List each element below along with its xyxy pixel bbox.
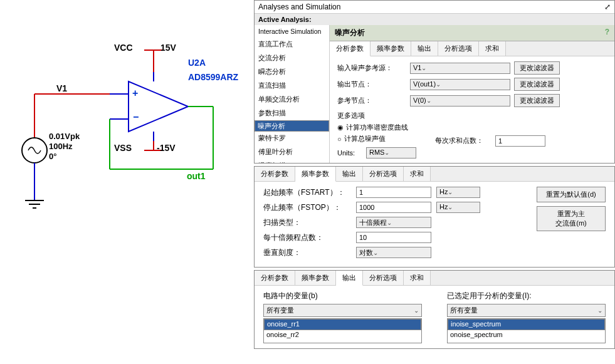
units-select[interactable]: RMS <box>366 147 416 159</box>
tab-item[interactable]: 输出 <box>411 41 438 56</box>
tab-item[interactable]: 求和 <box>479 41 506 56</box>
circuit-vars-list[interactable]: onoise_rr1onoise_rr2 <box>263 318 422 343</box>
circuit-vars-filter[interactable]: 所有变量 <box>263 304 422 317</box>
psd-radio[interactable]: ◉计算功率谱密度曲线 <box>337 123 416 132</box>
minus-input-icon: − <box>133 112 139 123</box>
sweep-type-select[interactable]: 十倍频程 <box>356 217 431 228</box>
tab-item[interactable]: 求和 <box>404 271 431 285</box>
circuit-vars-title: 电路中的变量(b) <box>263 291 422 301</box>
sweep-type-label: 扫描类型： <box>263 217 351 228</box>
selected-vars-title: 已选定用于分析的变量(I): <box>447 291 606 301</box>
pts-per-sum-input[interactable] <box>495 135 545 147</box>
dialog-maximize-icon[interactable]: ⤢ <box>604 3 611 11</box>
analysis-type-item[interactable]: Interactive Simulation <box>255 25 329 38</box>
vss-label: VSS <box>114 143 132 153</box>
output-node-select[interactable]: V(out1) <box>410 79 510 90</box>
freq-params-panel: 分析参数频率参数输出分析选项求和 起始频率（FSTART）： Hz 停止频率（F… <box>254 166 615 268</box>
opamp-ref: U2A <box>188 58 206 68</box>
tab-item[interactable]: 分析选项 <box>438 41 479 56</box>
ref-node-select[interactable]: V(0) <box>410 95 510 107</box>
pane-title: 噪声分析 <box>335 28 365 38</box>
reset-default-button[interactable]: 重置为默认值(d) <box>537 187 606 202</box>
tab-item[interactable]: 频率参数 <box>295 167 336 182</box>
fstart-label: 起始频率（FSTART）： <box>263 187 351 198</box>
noise-src-label: 输入噪声参考源： <box>337 63 406 73</box>
noise-src-select[interactable]: V1 <box>410 63 510 74</box>
tab-item[interactable]: 频率参数 <box>371 41 411 56</box>
analysis-type-item[interactable]: 参数扫描 <box>255 107 329 120</box>
total-noise-radio[interactable]: ○计算总噪声值 <box>337 134 416 143</box>
analyses-dialog: Analyses and Simulation ⤢ Active Analysi… <box>254 0 615 164</box>
ref-node-label: 参考节点： <box>337 96 406 105</box>
pts-per-decade-input[interactable] <box>356 232 431 243</box>
pts-per-decade-label: 每十倍频程点数： <box>263 232 351 243</box>
fstop-label: 停止频率（FSTOP）： <box>263 202 351 213</box>
source-name: V1 <box>56 83 67 93</box>
change-filter-button-3[interactable]: 更改滤波器 <box>514 94 560 107</box>
params-tabs: 分析参数频率参数输出分析选项求和 <box>330 41 614 56</box>
vss-value: -15V <box>157 143 176 153</box>
schematic-canvas: VCC 15V U2A AD8599ARZ + − V1 0.01Vpk 100… <box>0 0 254 364</box>
output-vars-panel: 分析参数频率参数输出分析选项求和 电路中的变量(b) 所有变量 onoise_r… <box>254 270 615 349</box>
tab-item[interactable]: 分析选项 <box>363 271 404 285</box>
output-node-label: 输出节点： <box>337 80 406 89</box>
change-filter-button-1[interactable]: 更改滤波器 <box>514 61 560 75</box>
more-options-label: 更多选项 <box>337 111 607 120</box>
plus-input-icon: + <box>132 88 138 99</box>
tab-item[interactable]: 频率参数 <box>295 271 336 285</box>
active-analysis-label: Active Analysis: <box>255 14 614 25</box>
tab-item[interactable]: 输出 <box>336 271 363 286</box>
reset-main-ac-button[interactable]: 重置为主 交流值(m) <box>537 206 606 231</box>
fstop-input[interactable] <box>356 202 431 213</box>
help-icon[interactable]: ? <box>605 28 609 38</box>
analysis-type-item[interactable]: 傅里叶分析 <box>255 145 329 159</box>
fstart-input[interactable] <box>356 187 431 198</box>
tab-item[interactable]: 分析参数 <box>330 41 371 56</box>
vscale-select[interactable]: 对数 <box>356 247 431 258</box>
out-net-label: out1 <box>187 171 206 181</box>
pts-per-sum-label: 每次求和点数： <box>435 136 491 145</box>
source-phase: 0° <box>49 152 56 161</box>
vscale-label: 垂直刻度： <box>263 247 351 258</box>
fstart-unit-select[interactable]: Hz <box>436 187 480 198</box>
analysis-type-item[interactable]: 温度扫描 <box>255 159 329 163</box>
vcc-value: 15V <box>160 43 176 53</box>
tab-item[interactable]: 分析参数 <box>255 271 295 285</box>
analysis-type-item[interactable]: 交流分析 <box>255 51 329 65</box>
units-label: Units: <box>337 149 362 157</box>
change-filter-button-2[interactable]: 更改滤波器 <box>514 78 560 91</box>
selected-vars-filter[interactable]: 所有变量 <box>447 304 606 317</box>
analysis-type-item[interactable]: 单频交流分析 <box>255 93 329 107</box>
list-item[interactable]: inoise_spectrum <box>448 319 605 330</box>
fstop-unit-select[interactable]: Hz <box>436 202 480 213</box>
dialog-title: Analyses and Simulation <box>258 3 340 11</box>
selected-vars-list[interactable]: inoise_spectrumonoise_spectrum <box>447 318 606 343</box>
list-item[interactable]: onoise_rr2 <box>264 330 421 339</box>
tab-item[interactable]: 求和 <box>404 167 431 181</box>
analysis-type-list[interactable]: Interactive Simulation直流工作点交流分析瞬态分析直流扫描单… <box>255 25 330 163</box>
vcc-label: VCC <box>114 43 133 53</box>
source-amplitude: 0.01Vpk <box>49 132 80 141</box>
list-item[interactable]: onoise_spectrum <box>448 330 605 339</box>
tab-item[interactable]: 分析参数 <box>255 167 295 181</box>
tab-item[interactable]: 分析选项 <box>363 167 404 181</box>
list-item[interactable]: onoise_rr1 <box>264 319 421 330</box>
tab-item[interactable]: 输出 <box>336 167 363 181</box>
analysis-type-item[interactable]: 瞬态分析 <box>255 65 329 79</box>
opamp-part: AD8599ARZ <box>188 72 238 82</box>
analysis-type-item[interactable]: 直流工作点 <box>255 38 329 51</box>
analysis-type-item[interactable]: 噪声分析 <box>255 120 329 132</box>
analysis-type-item[interactable]: 蒙特卡罗 <box>255 132 329 145</box>
source-frequency: 100Hz <box>49 142 73 151</box>
analysis-type-item[interactable]: 直流扫描 <box>255 79 329 93</box>
